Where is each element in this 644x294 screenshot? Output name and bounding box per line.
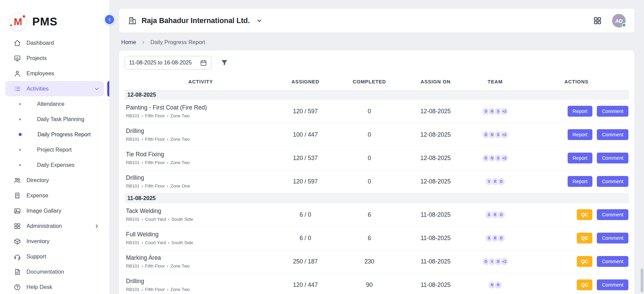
sidebar-subitem-label: Daily Progress Report — [38, 132, 91, 138]
comment-button[interactable]: Comment — [597, 279, 628, 290]
completed-value: 230 — [334, 258, 405, 265]
column-header-assigned: ASSIGNED — [277, 79, 334, 84]
help-icon — [14, 283, 21, 291]
qc-button[interactable]: QC — [577, 279, 592, 290]
column-header-team: TEAM — [466, 79, 524, 84]
assign-on-value: 12-08-2025 — [405, 131, 466, 138]
assigned-value: 100 / 447 — [277, 131, 334, 138]
report-button[interactable]: Report — [568, 106, 593, 117]
filter-button[interactable] — [220, 59, 228, 67]
activity-title: Tack Welding — [126, 208, 277, 215]
sidebar-item-documentation[interactable]: Documentation — [5, 264, 104, 279]
actions-cell: QCComment — [524, 209, 629, 220]
sidebar-item-inventory[interactable]: Inventory — [5, 234, 104, 249]
report-button[interactable]: Report — [568, 129, 593, 140]
sidebar-item-label: Directory — [26, 177, 49, 183]
comment-button[interactable]: Comment — [597, 209, 628, 220]
location-segment: South Side — [171, 240, 193, 245]
comment-button[interactable]: Comment — [597, 153, 628, 163]
team-member-avatar[interactable]: R — [494, 281, 502, 289]
assign-on-value: 11-08-2025 — [405, 258, 466, 265]
sidebar-subitem-attendance[interactable]: Attendance — [5, 96, 104, 112]
sidebar-item-support[interactable]: Support — [5, 249, 104, 264]
apps-grid-icon[interactable] — [593, 16, 602, 25]
sidebar-item-expense[interactable]: Expense — [5, 188, 104, 203]
sidebar-item-administration[interactable]: Administration — [5, 218, 104, 234]
comment-button[interactable]: Comment — [597, 129, 628, 140]
company-name: Raja Bahadur International Ltd. — [142, 17, 250, 25]
table-row: Full WeldingRB101›Court Yard›South Side6… — [125, 227, 629, 250]
team-cell: SRD — [466, 211, 524, 219]
content-card: 11-08-2025 to 16-08-2025 ACTIVITY ASSIGN… — [119, 51, 634, 294]
sidebar-item-label: Help Desk — [26, 284, 52, 290]
filter-funnel-icon — [220, 59, 228, 67]
bullet-dot-icon — [19, 149, 21, 151]
location-segment: Fifth Floor — [145, 263, 165, 269]
sidebar-subitem-daily-progress-report[interactable]: Daily Progress Report — [5, 127, 104, 142]
company-selector[interactable]: Raja Bahadur International Ltd. — [128, 16, 263, 25]
sidebar-item-help-desk[interactable]: Help Desk — [5, 279, 104, 294]
completed-value: 90 — [334, 281, 405, 289]
location-segment: RB101 — [126, 113, 140, 118]
team-cell: VRD — [466, 177, 524, 186]
user-avatar[interactable]: AD — [612, 14, 626, 27]
actions-cell: ReportComment — [524, 129, 629, 140]
report-button[interactable]: Report — [568, 153, 593, 163]
actions-cell: QCComment — [524, 256, 629, 267]
activity-cell: DrillingRB101›Fifth Floor›Zone Two — [125, 278, 277, 292]
comment-button[interactable]: Comment — [597, 106, 628, 117]
table-row: Marking AreaRB101›Fifth Floor›Zone Two25… — [125, 250, 629, 273]
date-range-input[interactable]: 11-08-2025 to 16-08-2025 — [125, 56, 211, 70]
sidebar-item-directory[interactable]: Directory — [5, 173, 104, 188]
team-more-badge[interactable]: +2 — [500, 154, 509, 162]
team-cell: DNS+2 — [466, 107, 524, 116]
location-segment: Zone Two — [170, 160, 190, 165]
assigned-value: 120 / 597 — [277, 108, 334, 115]
sidebar-item-projects[interactable]: Projects — [5, 51, 104, 66]
team-more-badge[interactable]: +2 — [500, 131, 509, 139]
sidebar-item-employees[interactable]: Employees — [5, 66, 104, 81]
logo-row: M PMS — [0, 0, 109, 35]
comment-button[interactable]: Comment — [597, 176, 628, 187]
qc-button[interactable]: QC — [577, 233, 592, 243]
chevron-right-icon: › — [142, 184, 143, 188]
sidebar-subitem-label: Project Report — [37, 147, 72, 153]
team-member-avatar[interactable]: D — [497, 177, 505, 186]
qc-button[interactable]: QC — [577, 256, 592, 267]
team-more-badge[interactable]: +2 — [500, 107, 509, 116]
activity-cell: Tie Rod FixingRB101›Fifth Floor›Zone Two — [125, 151, 277, 165]
sidebar-subitem-daily-task-planning[interactable]: Daily Task Planning — [5, 112, 104, 127]
sidebar-item-label: Documentation — [26, 269, 64, 275]
team-member-avatar[interactable]: D — [497, 211, 505, 219]
gallery-icon — [14, 207, 21, 215]
chevron-left-icon — [107, 17, 112, 22]
assigned-value: 120 / 447 — [277, 281, 334, 289]
column-header-assign-on: ASSIGN ON — [405, 79, 466, 84]
sidebar-item-image-gallary[interactable]: Image Gallary — [5, 203, 104, 218]
sidebar-subitem-daily-expenses[interactable]: Daily Expenses — [5, 157, 104, 173]
actions-cell: ReportComment — [524, 176, 629, 187]
report-button[interactable]: Report — [568, 176, 593, 187]
location-segment: Fifth Floor — [145, 183, 165, 189]
scrollbar-thumb[interactable] — [641, 269, 643, 292]
comment-button[interactable]: Comment — [597, 233, 628, 243]
comment-button[interactable]: Comment — [597, 256, 628, 267]
sidebar-item-label: Image Gallary — [26, 208, 61, 214]
sidebar-item-dashboard[interactable]: Dashboard — [5, 35, 104, 51]
calendar-icon — [200, 59, 207, 66]
progress-table: ACTIVITY ASSIGNED COMPLETED ASSIGN ON TE… — [125, 74, 629, 294]
chevron-right-icon: › — [167, 137, 168, 141]
sidebar-item-label: Activities — [26, 85, 49, 92]
sidebar-collapse-button[interactable] — [104, 14, 115, 25]
activity-cell: DrillingRB101›Fifth Floor›Zone Two — [125, 128, 277, 142]
sidebar-subitem-project-report[interactable]: Project Report — [5, 142, 104, 157]
sidebar-item-activities[interactable]: Activities — [5, 81, 104, 96]
chevron-right-icon: › — [167, 264, 168, 268]
activity-location: RB101›Fifth Floor›Zone One — [126, 183, 277, 189]
support-icon — [14, 253, 21, 260]
breadcrumb-home[interactable]: Home — [121, 39, 136, 45]
team-more-badge[interactable]: +2 — [500, 257, 509, 266]
breadcrumb: Home Daily Progress Report — [121, 39, 632, 45]
qc-button[interactable]: QC — [577, 209, 592, 220]
team-member-avatar[interactable]: D — [497, 234, 505, 242]
